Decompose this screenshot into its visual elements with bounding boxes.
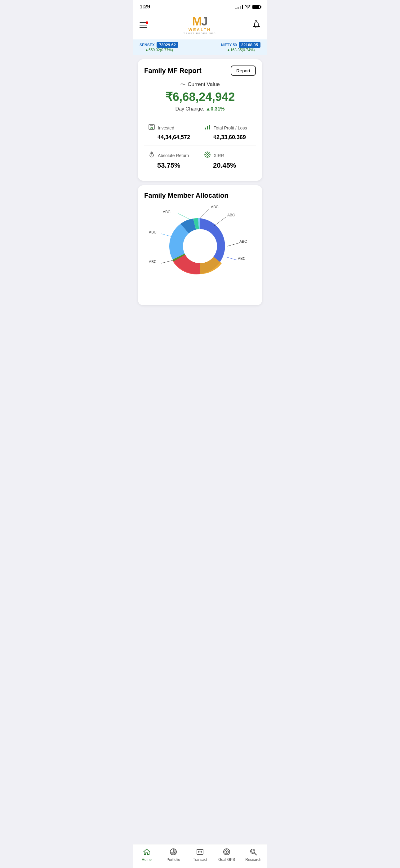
family-mf-title: Family MF Report <box>144 67 202 75</box>
logo-tagline: TRUST REDEFINED <box>184 32 216 35</box>
svg-line-21 <box>214 217 226 226</box>
card-header: Family MF Report Report <box>144 65 256 76</box>
bell-icon <box>253 20 261 29</box>
logo-m: M <box>192 15 202 28</box>
invested-icon: ₹ <box>148 123 155 132</box>
stats-grid: ₹ Invested ₹4,34,64,572 <box>144 118 256 175</box>
svg-line-19 <box>200 209 209 218</box>
invested-cell: ₹ Invested ₹4,34,64,572 <box>144 118 200 146</box>
family-allocation-card: Family Member Allocation <box>138 185 262 305</box>
svg-text:ABC: ABC <box>163 210 171 214</box>
day-change-value: ▲0.31% <box>206 106 225 112</box>
svg-line-27 <box>161 260 174 263</box>
sensex-ticker: SENSEX 73029.62 ▲559.32(0.77%) <box>139 42 178 52</box>
nifty-row: NIFTY 50 22168.05 <box>221 42 261 48</box>
nifty-value: 22168.05 <box>239 42 261 48</box>
svg-point-17 <box>207 154 208 155</box>
absolute-return-value: 53.75% <box>148 161 196 169</box>
svg-text:ABC: ABC <box>211 205 219 209</box>
sensex-value: 73029.62 <box>157 42 178 48</box>
logo-j: J <box>201 15 207 28</box>
trend-icon: 〜 <box>180 81 186 88</box>
profit-loss-label: Total Profit / Loss <box>214 125 247 130</box>
allocation-title: Family Member Allocation <box>144 191 229 199</box>
notification-dot <box>146 22 148 24</box>
svg-rect-7 <box>209 125 210 129</box>
svg-point-18 <box>183 229 217 263</box>
xirr-cell: XIRR 20.45% <box>200 146 256 175</box>
ticker-bar: SENSEX 73029.62 ▲559.32(0.77%) NIFTY 50 … <box>133 39 267 55</box>
day-change: Day Change: ▲0.31% <box>144 106 256 112</box>
svg-text:ABC: ABC <box>238 256 245 261</box>
svg-rect-5 <box>205 128 206 129</box>
logo-wealth: WEALTH <box>189 27 211 32</box>
sensex-label: SENSEX <box>139 43 155 47</box>
profit-loss-icon <box>204 123 211 132</box>
svg-text:ABC: ABC <box>149 230 157 235</box>
invested-value: ₹4,34,64,572 <box>148 134 196 141</box>
svg-text:ABC: ABC <box>227 213 235 217</box>
wifi-icon <box>245 5 251 9</box>
signal-icon <box>235 5 243 9</box>
absolute-return-cell: ₹ Absolute Return 53.75% <box>144 146 200 175</box>
svg-line-23 <box>178 214 191 220</box>
app-header: MJ WEALTH TRUST REDEFINED <box>133 12 267 39</box>
logo-letters: MJ <box>192 16 207 27</box>
xirr-value: 20.45% <box>204 161 252 169</box>
nifty-label: NIFTY 50 <box>221 43 237 47</box>
current-value-section: 〜 Current Value ₹6,68,24,942 Day Change:… <box>144 81 256 112</box>
profit-loss-value: ₹2,33,60,369 <box>204 134 252 141</box>
svg-line-29 <box>226 257 237 260</box>
sensex-change: ▲559.32(0.77%) <box>145 48 173 52</box>
svg-text:₹: ₹ <box>151 154 152 156</box>
xirr-label: XIRR <box>214 153 224 158</box>
main-content: Family MF Report Report 〜 Current Value … <box>133 55 267 333</box>
report-button[interactable]: Report <box>231 65 256 76</box>
xirr-icon <box>204 151 211 160</box>
hamburger-line <box>139 27 147 28</box>
donut-chart-container: ABC ABC ABC ABC ABC ABC <box>147 203 253 296</box>
battery-icon <box>253 5 261 9</box>
svg-line-25 <box>161 234 173 237</box>
status-time: 1:29 <box>139 4 150 10</box>
absolute-return-label: Absolute Return <box>158 153 189 158</box>
svg-rect-6 <box>207 126 208 129</box>
app-logo: MJ WEALTH TRUST REDEFINED <box>184 16 216 35</box>
sensex-row: SENSEX 73029.62 <box>139 42 178 48</box>
svg-text:₹: ₹ <box>151 128 152 129</box>
hamburger-line <box>139 25 147 26</box>
svg-text:ABC: ABC <box>239 239 247 244</box>
invested-label: Invested <box>158 125 174 130</box>
absolute-return-icon: ₹ <box>148 151 155 160</box>
hamburger-menu[interactable] <box>139 22 147 28</box>
nifty-change: ▲163.35(0.74%) <box>227 48 255 52</box>
nifty-ticker: NIFTY 50 22168.05 ▲163.35(0.74%) <box>221 42 261 52</box>
current-value-amount: ₹6,68,24,942 <box>144 90 256 104</box>
svg-text:ABC: ABC <box>149 259 157 264</box>
family-mf-report-card: Family MF Report Report 〜 Current Value … <box>138 59 262 181</box>
bell-button[interactable] <box>253 20 261 30</box>
status-bar: 1:29 <box>133 0 267 12</box>
profit-loss-cell: Total Profit / Loss ₹2,33,60,369 <box>200 118 256 146</box>
status-icons <box>235 5 261 9</box>
donut-chart: ABC ABC ABC ABC ABC ABC <box>147 203 253 290</box>
cv-label: 〜 Current Value <box>144 81 256 88</box>
svg-line-31 <box>227 243 239 246</box>
